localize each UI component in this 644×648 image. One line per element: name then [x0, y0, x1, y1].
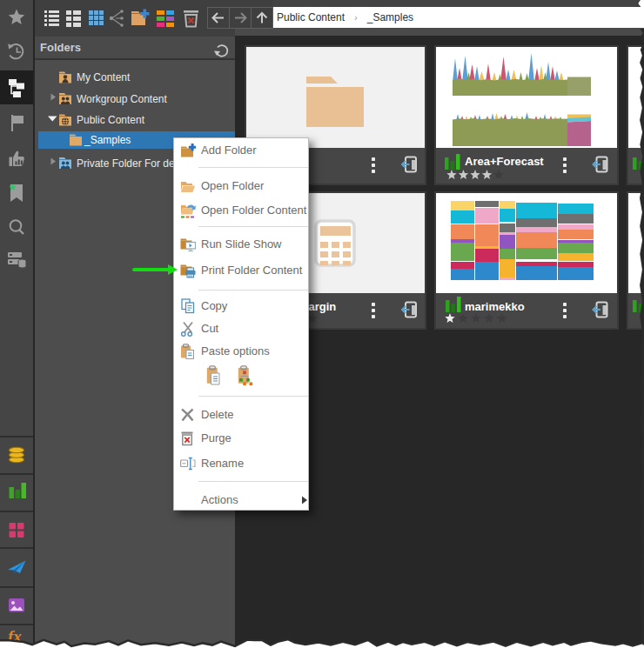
svg-text:fx: fx — [8, 627, 22, 645]
svg-text:Area+Forecast: Area+Forecast — [465, 155, 544, 168]
svg-text:marimekko: marimekko — [465, 300, 525, 313]
